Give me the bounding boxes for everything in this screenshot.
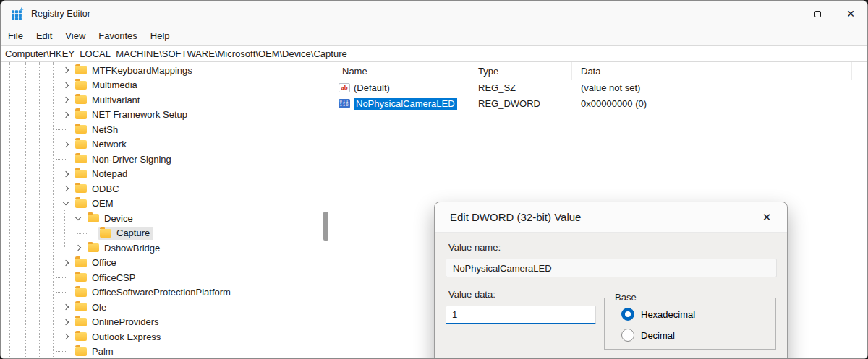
tree-item-officesoftwareprotectionplatform[interactable]: OfficeSoftwareProtectionPlatform xyxy=(1,285,333,300)
registry-path-input[interactable] xyxy=(1,48,867,59)
tree-node-content[interactable]: ODBC xyxy=(74,182,123,195)
chevron-right-icon[interactable] xyxy=(61,186,74,191)
tree-node-content[interactable]: NET Framework Setup xyxy=(74,108,191,121)
column-header-data[interactable]: Data xyxy=(572,62,852,80)
tree-item-outlook-express[interactable]: Outlook Express xyxy=(1,329,333,345)
tree-vertical-scrollbar-thumb[interactable] xyxy=(323,212,328,241)
folder-icon xyxy=(75,170,87,178)
value-name-field[interactable] xyxy=(446,259,777,277)
minimize-button[interactable] xyxy=(767,1,801,27)
tree-node-content[interactable]: DshowBridge xyxy=(86,241,163,254)
tree-item-ole[interactable]: Ole xyxy=(1,300,333,315)
tree-item-oem[interactable]: OEM xyxy=(1,196,333,212)
tree-node-content[interactable]: Device xyxy=(86,212,137,225)
tree-node-content[interactable]: Multimedia xyxy=(74,79,141,92)
tree-node-content[interactable]: OnlineProviders xyxy=(74,316,163,329)
folder-icon xyxy=(88,214,99,222)
tree-item-label: OnlineProviders xyxy=(92,316,159,327)
tree-item-palm[interactable]: Palm xyxy=(1,345,333,359)
chevron-right-icon[interactable] xyxy=(61,261,74,265)
value-list-header: Name Type Data xyxy=(333,62,867,80)
tree-item-label: OfficeCSP xyxy=(92,272,135,283)
tree-node-content[interactable]: MTFKeyboardMappings xyxy=(74,64,196,77)
folder-icon xyxy=(100,229,111,238)
folder-icon xyxy=(75,155,87,163)
chevron-right-icon[interactable] xyxy=(61,172,74,176)
chevron-right-icon[interactable] xyxy=(61,320,74,324)
chevron-right-icon[interactable] xyxy=(61,83,74,87)
registry-editor-app-icon xyxy=(11,7,24,20)
value-data-input[interactable] xyxy=(446,306,596,324)
tree-item-capture[interactable]: Capture xyxy=(1,226,333,241)
dialog-close-button[interactable]: ✕ xyxy=(756,207,778,228)
value-data: 0x00000000 (0) xyxy=(572,98,647,109)
menu-view[interactable]: View xyxy=(59,27,92,45)
tree-item-dshowbridge[interactable]: DshowBridge xyxy=(1,241,333,256)
chevron-right-icon[interactable] xyxy=(61,113,74,117)
chevron-right-icon[interactable] xyxy=(74,246,86,250)
tree-item-odbc[interactable]: ODBC xyxy=(1,181,333,196)
tree-node-content[interactable]: Ole xyxy=(74,300,110,313)
tree-item-multivariant[interactable]: Multivariant xyxy=(1,92,333,108)
menu-favorites[interactable]: Favorites xyxy=(92,27,143,45)
tree-item-officecsp[interactable]: OfficeCSP xyxy=(1,270,333,285)
dword-value-icon: 011110 xyxy=(339,99,350,108)
tree-item-device[interactable]: Device xyxy=(1,211,333,226)
tree-node-content[interactable]: NetSh xyxy=(74,123,122,136)
tree-item-label: Capture xyxy=(116,228,150,238)
folder-icon xyxy=(75,332,87,341)
value-type: REG_SZ xyxy=(469,82,572,93)
tree-item-network[interactable]: Network xyxy=(1,137,333,152)
menu-edit[interactable]: Edit xyxy=(30,27,59,45)
menu-file[interactable]: File xyxy=(1,27,30,45)
tree-node-content[interactable]: Palm xyxy=(74,345,117,358)
chevron-right-icon[interactable] xyxy=(61,142,74,147)
tree-node-content[interactable]: Office xyxy=(74,256,120,269)
tree-node-content[interactable]: Outlook Express xyxy=(74,330,164,343)
string-value-icon: ab xyxy=(339,83,350,92)
decimal-radio-option[interactable]: Decimal xyxy=(621,328,775,342)
hexadecimal-radio-option[interactable]: Hexadecimal xyxy=(621,307,775,321)
tree-node-content[interactable]: OEM xyxy=(74,197,117,210)
value-row--default-[interactable]: ab(Default)REG_SZ(value not set) xyxy=(333,80,867,96)
tree-node-content[interactable]: OfficeSoftwareProtectionPlatform xyxy=(74,286,234,299)
value-list-rows: ab(Default)REG_SZ(value not set)011110No… xyxy=(333,80,867,111)
tree-item-netsh[interactable]: NetSh xyxy=(1,122,333,137)
folder-icon xyxy=(88,243,99,252)
radio-selected-icon xyxy=(621,308,634,321)
main-area: MTFKeyboardMappingsMultimediaMultivarian… xyxy=(1,62,867,358)
column-header-name[interactable]: Name xyxy=(333,62,469,80)
chevron-down-icon[interactable] xyxy=(61,202,74,204)
chevron-right-icon[interactable] xyxy=(61,98,74,102)
tree-item-label: NetSh xyxy=(92,124,118,135)
chevron-right-icon[interactable] xyxy=(61,305,74,309)
tree-node-content[interactable]: Non-Driver Signing xyxy=(74,152,175,165)
tree-node-content[interactable]: Network xyxy=(74,138,130,151)
leaf-connector xyxy=(61,351,74,352)
tree-item-label: Ole xyxy=(92,302,106,313)
chevron-right-icon[interactable] xyxy=(61,68,74,72)
menu-help[interactable]: Help xyxy=(144,27,176,45)
column-header-type[interactable]: Type xyxy=(469,62,572,80)
tree-node-content[interactable]: OfficeCSP xyxy=(74,271,139,284)
chevron-down-icon[interactable] xyxy=(74,217,86,220)
tree-item-notepad[interactable]: Notepad xyxy=(1,167,333,182)
tree-item-onlineproviders[interactable]: OnlineProviders xyxy=(1,315,333,330)
tree-item-non-driver-signing[interactable]: Non-Driver Signing xyxy=(1,152,333,167)
value-name: (Default) xyxy=(354,82,390,93)
close-button[interactable]: ✕ xyxy=(834,1,867,27)
tree-item-label: Non-Driver Signing xyxy=(92,154,171,165)
maximize-button[interactable] xyxy=(801,1,834,27)
titlebar: Registry Editor ✕ xyxy=(1,1,867,27)
tree-node-content[interactable]: Capture xyxy=(98,227,153,240)
tree-item-label: Device xyxy=(104,213,133,224)
tree-item-mtfkeyboardmappings[interactable]: MTFKeyboardMappings xyxy=(1,63,333,78)
tree-item-office[interactable]: Office xyxy=(1,256,333,271)
tree-node-content[interactable]: Notepad xyxy=(74,168,131,181)
chevron-right-icon[interactable] xyxy=(61,334,74,339)
value-name: NoPhysicalCameraLED xyxy=(354,98,457,110)
tree-item-net-framework-setup[interactable]: NET Framework Setup xyxy=(1,108,333,123)
value-row-nophysicalcameraled[interactable]: 011110NoPhysicalCameraLEDREG_DWORD0x0000… xyxy=(333,96,867,112)
tree-item-multimedia[interactable]: Multimedia xyxy=(1,78,333,93)
tree-node-content[interactable]: Multivariant xyxy=(74,93,143,106)
